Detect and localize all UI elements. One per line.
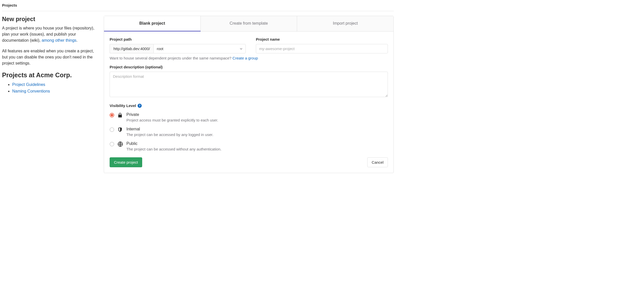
breadcrumb: Projects — [2, 2, 394, 11]
shield-icon — [118, 127, 123, 132]
radio-internal[interactable] — [110, 127, 114, 132]
visibility-level-label: Visibility Level — [110, 103, 136, 108]
list-item: Project Guidelines — [12, 81, 99, 88]
project-name-input[interactable] — [256, 44, 388, 53]
visibility-option-private[interactable]: Private Project access must be granted e… — [110, 112, 388, 122]
list-item: Naming Conventions — [12, 88, 99, 95]
page-title: New project — [2, 16, 99, 23]
visibility-title: Public — [126, 141, 222, 146]
among-other-things-link[interactable]: among other things — [42, 38, 77, 42]
naming-conventions-link[interactable]: Naming Conventions — [12, 89, 50, 93]
help-icon[interactable]: ? — [138, 104, 142, 108]
visibility-option-internal[interactable]: Internal The project can be accessed by … — [110, 127, 388, 137]
project-description-input[interactable] — [110, 72, 388, 97]
main-panel: Blank project Create from template Impor… — [104, 16, 394, 173]
project-guidelines-link[interactable]: Project Guidelines — [12, 82, 45, 87]
sidebar-para-2: All features are enabled when you create… — [2, 48, 99, 66]
chevron-down-icon — [240, 48, 242, 50]
sidebar: New project A project is where you house… — [2, 16, 99, 173]
lock-icon — [118, 113, 123, 118]
tabs: Blank project Create from template Impor… — [104, 16, 393, 32]
org-title: Projects at Acme Corp. — [2, 71, 99, 79]
cancel-button[interactable]: Cancel — [367, 157, 388, 167]
visibility-option-public[interactable]: Public The project can be accessed witho… — [110, 141, 388, 151]
namespace-select[interactable]: root — [153, 44, 246, 53]
project-name-label: Project name — [256, 37, 388, 41]
namespace-helper: Want to house several dependent projects… — [110, 56, 388, 60]
radio-private[interactable] — [110, 113, 114, 117]
project-path-label: Project path — [110, 37, 246, 41]
visibility-title: Internal — [126, 127, 213, 131]
create-group-link[interactable]: Create a group — [232, 56, 258, 60]
create-project-button[interactable]: Create project — [110, 157, 142, 167]
project-path-prefix: http://gitlab.dev:4000/ — [110, 44, 153, 53]
visibility-desc: Project access must be granted explicitl… — [126, 118, 218, 122]
sidebar-para-1: A project is where you house your files … — [2, 25, 99, 43]
visibility-desc: The project can be accessed without any … — [126, 147, 222, 151]
namespace-selected: root — [157, 47, 163, 51]
project-description-label: Project description (optional) — [110, 65, 388, 69]
globe-icon — [118, 142, 123, 147]
tab-blank-project[interactable]: Blank project — [104, 16, 201, 32]
visibility-desc: The project can be accessed by any logge… — [126, 132, 213, 137]
tab-import-project[interactable]: Import project — [297, 16, 393, 31]
visibility-title: Private — [126, 112, 218, 117]
tab-create-from-template[interactable]: Create from template — [201, 16, 297, 31]
radio-public[interactable] — [110, 142, 114, 146]
